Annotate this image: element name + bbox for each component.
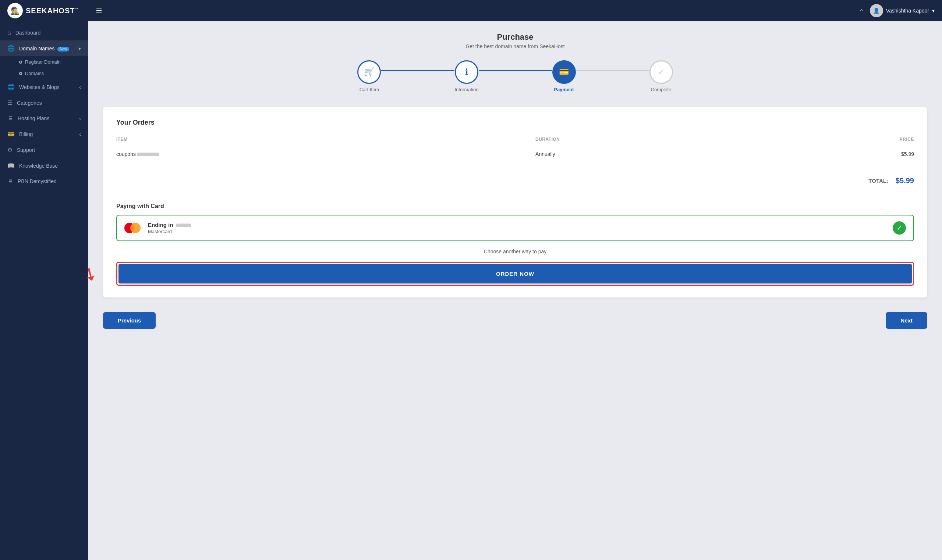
topbar-right: ⌂ 👤 Vashishtha Kapoor ▾	[860, 4, 935, 17]
sidebar-label: Categories	[17, 100, 81, 106]
support-icon: ⚙	[7, 146, 12, 153]
stepper: 🛒 Cart Item ℹ Information 💳 Payment ✓ Co…	[103, 60, 927, 92]
sidebar-item-knowledge-base[interactable]: 📖 Knowledge Base	[0, 158, 88, 174]
sidebar-item-dashboard[interactable]: ⌂ Dashboard	[0, 25, 88, 40]
chevron-icon: ‹	[79, 84, 81, 90]
paying-title: Paying with Card	[116, 203, 914, 209]
menu-icon[interactable]: ☰	[96, 6, 102, 15]
topbar: 🕵️ SEEKAHOST™ ☰ ⌂ 👤 Vashishtha Kapoor ▾	[0, 0, 942, 22]
websites-icon: 🌐	[7, 83, 15, 91]
step-circle-payment: 💳	[552, 60, 576, 84]
sidebar-item-domains[interactable]: Domains	[19, 68, 88, 79]
sidebar-label: Support	[17, 147, 81, 153]
sidebar-item-pbn-demystified[interactable]: 🖥 PBN Demystified	[0, 174, 88, 189]
sidebar-label: Domain Names New	[19, 46, 74, 51]
item-name: coupons	[116, 145, 535, 163]
new-badge: New	[57, 47, 69, 51]
item-duration: Annually	[535, 145, 774, 163]
choose-other-payment[interactable]: Choose another way to pay	[116, 249, 914, 254]
home-icon[interactable]: ⌂	[860, 7, 864, 15]
hosting-icon: 🖥	[7, 115, 13, 122]
purchase-header: Purchase Get the best domain name from S…	[103, 32, 927, 49]
total-label: TOTAL:	[868, 178, 888, 184]
order-now-button[interactable]: ORDER NOW	[119, 264, 912, 283]
main-content: Purchase Get the best domain name from S…	[88, 22, 942, 560]
step-circle-complete: ✓	[649, 60, 673, 84]
sub-dot-icon	[19, 61, 22, 64]
sidebar-label: Dashboard	[15, 30, 81, 36]
page-subtitle: Get the best domain name from SeekaHost	[103, 43, 927, 49]
order-now-section: ORDER NOW ➘	[116, 262, 914, 286]
step-line-3	[576, 70, 649, 71]
domain-icon: 🌐	[7, 45, 15, 52]
logo: 🕵️ SEEKAHOST™	[7, 3, 96, 18]
sidebar-item-support[interactable]: ⚙ Support	[0, 142, 88, 158]
step-circle-information: ℹ	[455, 60, 478, 84]
user-chevron-icon: ▾	[932, 8, 935, 14]
step-payment: 💳 Payment	[552, 60, 576, 92]
sidebar-item-categories[interactable]: ☰ Categories	[0, 95, 88, 111]
chevron-down-icon: ▾	[79, 46, 81, 51]
col-duration-header: DURATION	[535, 134, 774, 145]
sidebar-item-hosting-plans[interactable]: 🖥 Hosting Plans ‹	[0, 111, 88, 126]
step-label-information: Information	[455, 87, 478, 92]
item-price: $5.99	[774, 145, 914, 163]
user-name: Vashishtha Kapoor	[886, 8, 929, 14]
sidebar-label: Hosting Plans	[18, 115, 75, 122]
sidebar-label: Knowledge Base	[19, 163, 81, 169]
orders-card: Your Orders ITEM DURATION PRICE coupons …	[103, 107, 927, 297]
logo-text: SEEKAHOST™	[26, 7, 79, 15]
sidebar-label: Billing	[19, 131, 75, 137]
categories-icon: ☰	[7, 99, 12, 106]
step-complete: ✓ Complete	[649, 60, 673, 92]
sidebar-label: Websites & Blogs	[19, 84, 75, 90]
chevron-icon: ‹	[79, 115, 81, 122]
total-row: TOTAL: $5.99	[116, 171, 914, 191]
sidebar: ⌂ Dashboard 🌐 Domain Names New ▾ Registe…	[0, 22, 88, 560]
check-icon: ✓	[893, 222, 906, 235]
sidebar-item-websites-blogs[interactable]: 🌐 Websites & Blogs ‹	[0, 79, 88, 95]
next-button[interactable]: Next	[886, 312, 927, 329]
orders-table: ITEM DURATION PRICE coupons Annually $5.…	[116, 134, 914, 163]
step-circle-cart: 🛒	[357, 60, 381, 84]
table-row: coupons Annually $5.99	[116, 145, 914, 163]
dashboard-icon: ⌂	[7, 29, 11, 36]
col-item-header: ITEM	[116, 134, 535, 145]
page-title: Purchase	[103, 32, 927, 42]
knowledge-icon: 📖	[7, 162, 15, 169]
previous-button[interactable]: Previous	[103, 312, 156, 329]
masked-text	[137, 152, 159, 156]
sidebar-item-register-domain[interactable]: Register Domain	[19, 56, 88, 68]
card-ending: Ending in	[148, 222, 887, 228]
total-amount: $5.99	[896, 177, 914, 185]
sidebar-label: PBN Demystified	[18, 178, 81, 184]
mastercard-icon	[124, 222, 142, 234]
sub-dot-icon	[19, 72, 22, 75]
nav-buttons: Previous Next	[103, 312, 927, 329]
orders-title: Your Orders	[116, 119, 914, 126]
layout: ⌂ Dashboard 🌐 Domain Names New ▾ Registe…	[0, 0, 942, 560]
user-menu[interactable]: 👤 Vashishtha Kapoor ▾	[870, 4, 935, 17]
step-line-2	[479, 70, 552, 71]
chevron-icon: ‹	[79, 131, 81, 137]
sidebar-item-domain-names[interactable]: 🌐 Domain Names New ▾	[0, 40, 88, 56]
step-line-1	[381, 70, 455, 71]
masked-card-number	[176, 223, 191, 227]
avatar: 👤	[870, 4, 883, 17]
step-label-complete: Complete	[651, 87, 672, 92]
step-cart: 🛒 Cart Item	[357, 60, 381, 92]
sidebar-submenu-domain: Register Domain Domains	[0, 56, 88, 79]
order-now-wrapper: ORDER NOW	[116, 262, 914, 286]
step-label-payment: Payment	[554, 87, 574, 92]
billing-icon: 💳	[7, 131, 15, 137]
step-information: ℹ Information	[455, 60, 478, 92]
logo-icon: 🕵️	[7, 3, 23, 18]
sidebar-item-billing[interactable]: 💳 Billing ‹	[0, 126, 88, 142]
divider	[116, 197, 914, 197]
card-type: Mastercard	[148, 229, 887, 234]
step-label-cart: Cart Item	[359, 87, 379, 92]
col-price-header: PRICE	[774, 134, 914, 145]
card-info: Ending in Mastercard	[148, 222, 887, 234]
card-option[interactable]: Ending in Mastercard ✓	[116, 215, 914, 241]
pbn-icon: 🖥	[7, 178, 13, 185]
